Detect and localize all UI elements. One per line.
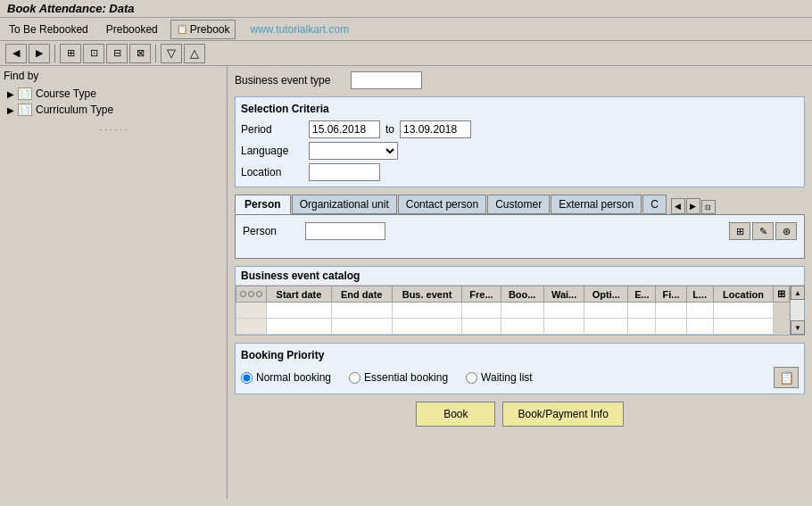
tree-doc-icon-course: 📄 — [18, 87, 32, 100]
row1-col5 — [462, 303, 501, 319]
row2-col-scrollarea — [774, 319, 790, 335]
booking-priority-icon-btn[interactable]: 📋 — [774, 367, 799, 388]
booking-priority-box: Booking Priority Normal booking Essentia… — [235, 343, 805, 394]
row1-col11 — [686, 303, 713, 319]
row2-col7 — [543, 319, 584, 335]
app-title: Book Attendance: Data — [7, 2, 135, 15]
row2-col8 — [584, 319, 628, 335]
toolbar-btn-5[interactable]: ▽ — [161, 44, 182, 63]
col-fre: Fre... — [462, 286, 501, 303]
find-by-label: Find by — [4, 70, 223, 82]
row2-col1 — [236, 319, 267, 335]
person-field-input[interactable] — [305, 222, 385, 240]
right-panel: Business event type Selection Criteria P… — [228, 66, 812, 499]
menu-bar: To Be Rebooked Prebooked 📋 Prebook www.t… — [0, 18, 812, 41]
tab-prebook[interactable]: 📋 Prebook — [170, 20, 236, 39]
row2-col6 — [501, 319, 543, 335]
row1-col12 — [713, 303, 773, 319]
period-row: Period to — [241, 120, 799, 138]
person-field-label: Person — [243, 225, 305, 237]
catalog-box: Business event catalog St — [235, 266, 805, 336]
catalog-scroll-up[interactable]: ▲ — [791, 286, 805, 300]
tab-customer[interactable]: Customer — [487, 195, 550, 214]
watermark: www.tutorialkart.com — [250, 23, 349, 36]
row1-col10 — [656, 303, 686, 319]
row2-col4 — [392, 319, 462, 335]
tree-item-course[interactable]: ▶ 📄 Course Type — [4, 86, 223, 102]
col-location: Location — [713, 286, 773, 303]
radio-waiting[interactable]: Waiting list — [466, 371, 533, 384]
col-opti: Opti... — [584, 286, 628, 303]
toolbar-forward-btn[interactable]: ▶ — [29, 44, 50, 63]
person-edit-btn[interactable]: ✎ — [752, 222, 774, 240]
book-payment-button[interactable]: Book/Payment Info — [502, 402, 623, 427]
col-settings[interactable]: ⊞ — [774, 286, 790, 303]
tree-label-course: Course Type — [36, 87, 96, 100]
booking-priority-title: Booking Priority — [241, 349, 799, 361]
tab-nav-area: ◀ ▶ ⊡ — [671, 198, 716, 214]
col-l: L... — [686, 286, 713, 303]
toolbar-btn-1[interactable]: ⊞ — [60, 44, 81, 63]
tab-scroll-left[interactable]: ◀ — [671, 198, 685, 214]
tab-expand-icon[interactable]: ⊡ — [701, 200, 716, 214]
radio-normal[interactable]: Normal booking — [241, 371, 331, 384]
biz-event-type-input[interactable] — [351, 71, 422, 89]
catalog-scrollbar: ▲ ▼ — [790, 286, 804, 335]
row2-col11 — [686, 319, 713, 335]
row1-col8 — [584, 303, 628, 319]
language-row: Language — [241, 142, 799, 160]
person-rel-btn[interactable]: ⊛ — [775, 222, 797, 240]
tab-external[interactable]: External person — [551, 195, 642, 214]
row2-col12 — [713, 319, 773, 335]
period-from-input[interactable] — [309, 120, 380, 138]
tab-content-person: Person ⊞ ✎ ⊛ — [235, 214, 805, 259]
row1-col3 — [331, 303, 392, 319]
period-to-input[interactable] — [400, 120, 471, 138]
tab-person[interactable]: Person — [235, 195, 291, 214]
tree-label-curriculum: Curriculum Type — [36, 104, 113, 116]
toolbar-btn-4[interactable]: ⊠ — [129, 44, 151, 63]
tree-item-curriculum[interactable]: ▶ 📄 Curriculum Type — [4, 102, 223, 118]
toolbar-btn-3[interactable]: ⊟ — [106, 44, 128, 63]
catalog-table-wrapper: Start date End date Bus. event Fre... Bo… — [236, 286, 804, 335]
table-row-2 — [236, 319, 790, 335]
row1-col9 — [628, 303, 656, 319]
toolbar-btn-2[interactable]: ⊡ — [83, 44, 104, 63]
tab-org-unit[interactable]: Organizational unit — [292, 195, 397, 214]
tabs-row: Person Organizational unit Contact perso… — [235, 195, 805, 214]
toolbar-back-btn[interactable]: ◀ — [5, 44, 27, 63]
to-label: to — [385, 123, 394, 136]
col-circles — [236, 286, 267, 303]
title-bar: Book Attendance: Data — [0, 0, 812, 18]
menu-item-rebook[interactable]: To Be Rebooked — [4, 21, 94, 37]
tab-contact[interactable]: Contact person — [398, 195, 486, 214]
person-copy-btn[interactable]: ⊞ — [729, 222, 750, 240]
radio-essential[interactable]: Essential booking — [349, 371, 448, 384]
tree-arrow-course: ▶ — [7, 89, 14, 99]
language-select[interactable] — [309, 142, 398, 160]
booking-priority-options: Normal booking Essential booking Waiting… — [241, 367, 799, 388]
col-wai: Wai... — [543, 286, 584, 303]
col-e: E... — [628, 286, 656, 303]
tree-arrow-curriculum: ▶ — [7, 105, 14, 115]
row2-col9 — [628, 319, 656, 335]
row1-col-scrollarea — [774, 303, 790, 319]
selection-criteria-box: Selection Criteria Period to Language Lo… — [235, 96, 805, 187]
book-button[interactable]: Book — [416, 402, 495, 427]
row1-col1 — [236, 303, 267, 319]
catalog-title: Business event catalog — [236, 267, 804, 286]
tab-c[interactable]: C — [642, 195, 667, 214]
main-container: Find by ▶ 📄 Course Type ▶ 📄 Curriculum T… — [0, 66, 812, 499]
menu-item-prebooked[interactable]: Prebooked — [101, 21, 163, 37]
left-panel-dots: · · · · · · — [4, 125, 223, 135]
toolbar-btn-6[interactable]: △ — [184, 44, 205, 63]
catalog-scroll-down[interactable]: ▼ — [791, 320, 805, 335]
person-action-buttons: ⊞ ✎ ⊛ — [729, 222, 797, 240]
tab-scroll-right[interactable]: ▶ — [686, 198, 700, 214]
location-input[interactable] — [309, 163, 380, 181]
col-start-date: Start date — [267, 286, 332, 303]
col-fi: Fi... — [656, 286, 686, 303]
row2-col2 — [267, 319, 332, 335]
location-label: Location — [241, 166, 303, 178]
row2-col10 — [656, 319, 686, 335]
